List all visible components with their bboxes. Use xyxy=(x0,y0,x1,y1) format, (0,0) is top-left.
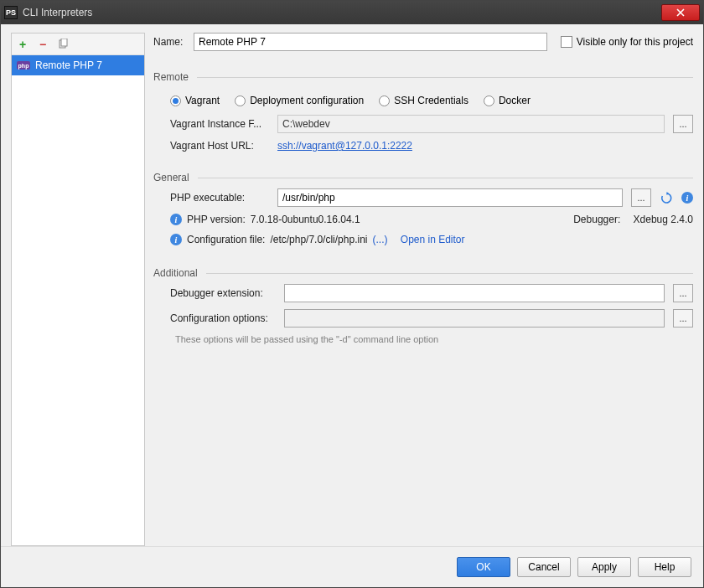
vagrant-instance-field: C:\webdev xyxy=(277,115,665,133)
php-icon: php xyxy=(17,61,30,70)
radio-label: Docker xyxy=(499,95,531,106)
php-version-label: PHP version: xyxy=(187,214,246,225)
section-additional-title: Additional xyxy=(153,267,693,279)
config-opts-input[interactable] xyxy=(284,309,665,328)
vagrant-host-label: Vagrant Host URL: xyxy=(170,140,269,152)
dialog-window: PS CLI Interpreters + − php Remote P xyxy=(0,0,704,588)
vagrant-instance-label: Vagrant Instance F... xyxy=(170,118,269,130)
apply-button[interactable]: Apply xyxy=(577,557,631,577)
config-opts-label: Configuration options: xyxy=(170,312,276,324)
window-title: CLI Interpreters xyxy=(23,7,661,18)
details-panel: Name: Visible only for this project Remo… xyxy=(153,33,693,546)
debugger-ext-label: Debugger extension: xyxy=(170,287,276,299)
debugger-value: Xdebug 2.4.0 xyxy=(634,214,693,225)
interpreter-list: php Remote PHP 7 xyxy=(12,55,144,545)
name-label: Name: xyxy=(153,36,187,48)
section-general-title: General xyxy=(153,172,693,183)
list-item[interactable]: php Remote PHP 7 xyxy=(12,55,144,75)
app-icon: PS xyxy=(4,6,18,19)
open-in-editor-link[interactable]: Open in Editor xyxy=(401,234,465,245)
config-opts-browse[interactable]: ... xyxy=(673,309,693,328)
config-file-label: Configuration file: xyxy=(187,234,265,245)
add-icon[interactable]: + xyxy=(17,39,28,50)
radio-vagrant[interactable]: Vagrant xyxy=(170,95,220,106)
config-file-more[interactable]: (...) xyxy=(372,234,387,245)
radio-docker[interactable]: Docker xyxy=(484,95,531,106)
dialog-button-bar: OK Cancel Apply Help xyxy=(1,546,703,587)
config-opts-hint: These options will be passed using the "… xyxy=(175,334,693,344)
list-item-label: Remote PHP 7 xyxy=(35,59,102,71)
visible-only-label: Visible only for this project xyxy=(577,36,693,48)
help-button[interactable]: Help xyxy=(638,557,691,577)
info-icon: i xyxy=(170,214,182,225)
titlebar[interactable]: PS CLI Interpreters xyxy=(1,1,703,24)
config-file-value: /etc/php/7.0/cli/php.ini xyxy=(270,234,367,245)
radio-label: Vagrant xyxy=(185,95,220,106)
section-remote-title: Remote xyxy=(153,71,693,83)
list-toolbar: + − xyxy=(12,34,144,55)
remote-type-radios: Vagrant Deployment configuration SSH Cre… xyxy=(170,95,693,106)
reload-icon[interactable] xyxy=(660,191,673,204)
php-exe-browse[interactable]: ... xyxy=(631,188,651,207)
dialog-content: + − php Remote PHP 7 Name: xyxy=(1,24,703,587)
vagrant-host-link[interactable]: ssh://vagrant@127.0.0.1:2222 xyxy=(277,140,412,152)
radio-ssh[interactable]: SSH Credentials xyxy=(379,95,468,106)
radio-label: Deployment configuration xyxy=(250,95,364,106)
debugger-ext-browse[interactable]: ... xyxy=(673,284,693,302)
debugger-label: Debugger: xyxy=(573,214,620,225)
radio-deployment[interactable]: Deployment configuration xyxy=(235,95,364,106)
window-close-button[interactable] xyxy=(661,4,700,21)
info-icon: i xyxy=(170,234,182,245)
php-exe-label: PHP executable: xyxy=(170,192,269,204)
vagrant-instance-browse[interactable]: ... xyxy=(673,115,693,133)
info-icon[interactable]: i xyxy=(681,192,693,204)
svg-rect-1 xyxy=(61,39,67,46)
close-icon xyxy=(676,8,685,17)
remove-icon[interactable]: − xyxy=(37,39,49,50)
copy-icon[interactable] xyxy=(57,39,69,50)
debugger-ext-input[interactable] xyxy=(284,284,665,302)
php-version-value: 7.0.18-0ubuntu0.16.04.1 xyxy=(251,214,360,225)
name-input[interactable] xyxy=(194,33,547,51)
radio-label: SSH Credentials xyxy=(394,95,468,106)
interpreter-list-panel: + − php Remote PHP 7 xyxy=(11,33,145,546)
cancel-button[interactable]: Cancel xyxy=(517,557,571,577)
visible-only-checkbox[interactable] xyxy=(561,36,572,48)
php-exe-input[interactable] xyxy=(277,188,623,207)
ok-button[interactable]: OK xyxy=(457,557,510,577)
